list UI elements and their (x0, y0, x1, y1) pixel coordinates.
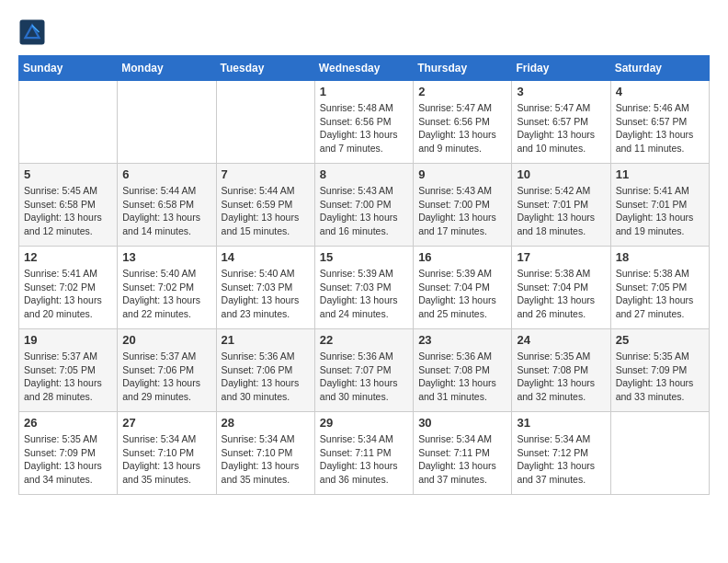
day-number: 31 (517, 416, 605, 430)
day-number: 7 (222, 167, 310, 181)
day-info: Sunrise: 5:38 AMSunset: 7:05 PMDaylight:… (616, 267, 704, 321)
day-number: 11 (616, 167, 704, 181)
calendar-cell: 20Sunrise: 5:37 AMSunset: 7:06 PMDayligh… (118, 329, 216, 412)
calendar-cell: 17Sunrise: 5:38 AMSunset: 7:04 PMDayligh… (512, 247, 610, 329)
calendar-cell: 11Sunrise: 5:41 AMSunset: 7:01 PMDayligh… (610, 164, 709, 247)
calendar-cell: 16Sunrise: 5:39 AMSunset: 7:04 PMDayligh… (414, 247, 512, 329)
calendar-cell: 6Sunrise: 5:44 AMSunset: 6:58 PMDaylight… (118, 164, 216, 247)
calendar-cell: 18Sunrise: 5:38 AMSunset: 7:05 PMDayligh… (610, 247, 709, 329)
day-info: Sunrise: 5:41 AMSunset: 7:01 PMDaylight:… (616, 184, 704, 238)
day-info: Sunrise: 5:39 AMSunset: 7:03 PMDaylight:… (320, 267, 408, 321)
calendar-cell: 19Sunrise: 5:37 AMSunset: 7:05 PMDayligh… (19, 329, 118, 412)
day-number: 25 (616, 333, 704, 347)
col-header-thursday: Thursday (414, 56, 512, 81)
day-number: 12 (24, 250, 112, 264)
col-header-monday: Monday (118, 56, 216, 81)
day-info: Sunrise: 5:39 AMSunset: 7:04 PMDaylight:… (418, 267, 506, 321)
day-info: Sunrise: 5:44 AMSunset: 6:58 PMDaylight:… (122, 184, 210, 238)
day-number: 26 (24, 416, 112, 430)
day-number: 6 (122, 167, 210, 181)
day-info: Sunrise: 5:40 AMSunset: 7:02 PMDaylight:… (122, 267, 210, 321)
calendar-cell: 26Sunrise: 5:35 AMSunset: 7:09 PMDayligh… (19, 412, 118, 495)
calendar-cell: 7Sunrise: 5:44 AMSunset: 6:59 PMDaylight… (216, 164, 314, 247)
day-info: Sunrise: 5:37 AMSunset: 7:06 PMDaylight:… (122, 350, 210, 404)
day-info: Sunrise: 5:35 AMSunset: 7:08 PMDaylight:… (517, 350, 605, 404)
calendar-cell (19, 81, 118, 164)
day-number: 10 (517, 167, 605, 181)
day-number: 4 (616, 85, 704, 98)
day-info: Sunrise: 5:40 AMSunset: 7:03 PMDaylight:… (222, 267, 310, 321)
day-info: Sunrise: 5:46 AMSunset: 6:57 PMDaylight:… (616, 101, 704, 155)
col-header-saturday: Saturday (610, 56, 709, 81)
day-info: Sunrise: 5:34 AMSunset: 7:10 PMDaylight:… (122, 432, 210, 487)
col-header-sunday: Sunday (19, 56, 118, 81)
day-number: 15 (320, 250, 408, 264)
calendar-table: SundayMondayTuesdayWednesdayThursdayFrid… (18, 55, 710, 495)
day-number: 24 (517, 333, 605, 347)
calendar-cell: 23Sunrise: 5:36 AMSunset: 7:08 PMDayligh… (414, 329, 512, 412)
col-header-tuesday: Tuesday (216, 56, 314, 81)
day-info: Sunrise: 5:36 AMSunset: 7:06 PMDaylight:… (222, 350, 310, 404)
day-number: 3 (517, 85, 605, 98)
calendar-cell (118, 81, 216, 164)
calendar-cell: 1Sunrise: 5:48 AMSunset: 6:56 PMDaylight… (314, 81, 413, 164)
calendar-cell: 24Sunrise: 5:35 AMSunset: 7:08 PMDayligh… (512, 329, 610, 412)
day-info: Sunrise: 5:35 AMSunset: 7:09 PMDaylight:… (616, 350, 704, 404)
day-number: 19 (24, 333, 112, 347)
col-header-wednesday: Wednesday (314, 56, 413, 81)
day-number: 21 (222, 333, 310, 347)
day-info: Sunrise: 5:35 AMSunset: 7:09 PMDaylight:… (24, 432, 112, 487)
calendar-cell: 27Sunrise: 5:34 AMSunset: 7:10 PMDayligh… (118, 412, 216, 495)
calendar-cell: 14Sunrise: 5:40 AMSunset: 7:03 PMDayligh… (216, 247, 314, 329)
day-info: Sunrise: 5:41 AMSunset: 7:02 PMDaylight:… (24, 267, 112, 321)
day-number: 1 (320, 85, 408, 98)
calendar-cell: 3Sunrise: 5:47 AMSunset: 6:57 PMDaylight… (512, 81, 610, 164)
day-number: 16 (418, 250, 506, 264)
calendar-cell: 8Sunrise: 5:43 AMSunset: 7:00 PMDaylight… (314, 164, 413, 247)
day-number: 5 (24, 167, 112, 181)
day-info: Sunrise: 5:37 AMSunset: 7:05 PMDaylight:… (24, 350, 112, 404)
calendar-cell: 29Sunrise: 5:34 AMSunset: 7:11 PMDayligh… (314, 412, 413, 495)
day-info: Sunrise: 5:34 AMSunset: 7:10 PMDaylight:… (222, 432, 310, 487)
day-number: 28 (222, 416, 310, 430)
calendar-cell: 25Sunrise: 5:35 AMSunset: 7:09 PMDayligh… (610, 329, 709, 412)
calendar-cell: 28Sunrise: 5:34 AMSunset: 7:10 PMDayligh… (216, 412, 314, 495)
day-info: Sunrise: 5:43 AMSunset: 7:00 PMDaylight:… (418, 184, 506, 238)
day-info: Sunrise: 5:34 AMSunset: 7:12 PMDaylight:… (517, 432, 605, 487)
day-number: 8 (320, 167, 408, 181)
calendar-cell: 5Sunrise: 5:45 AMSunset: 6:58 PMDaylight… (19, 164, 118, 247)
logo-icon (18, 18, 46, 46)
day-info: Sunrise: 5:36 AMSunset: 7:08 PMDaylight:… (418, 350, 506, 404)
calendar-cell: 15Sunrise: 5:39 AMSunset: 7:03 PMDayligh… (314, 247, 413, 329)
day-info: Sunrise: 5:47 AMSunset: 6:56 PMDaylight:… (418, 101, 506, 155)
day-number: 13 (122, 250, 210, 264)
calendar-cell (610, 412, 709, 495)
calendar-cell: 10Sunrise: 5:42 AMSunset: 7:01 PMDayligh… (512, 164, 610, 247)
day-number: 17 (517, 250, 605, 264)
calendar-cell: 2Sunrise: 5:47 AMSunset: 6:56 PMDaylight… (414, 81, 512, 164)
day-info: Sunrise: 5:48 AMSunset: 6:56 PMDaylight:… (320, 101, 408, 155)
calendar-cell: 21Sunrise: 5:36 AMSunset: 7:06 PMDayligh… (216, 329, 314, 412)
calendar-cell: 22Sunrise: 5:36 AMSunset: 7:07 PMDayligh… (314, 329, 413, 412)
day-info: Sunrise: 5:44 AMSunset: 6:59 PMDaylight:… (222, 184, 310, 238)
day-info: Sunrise: 5:34 AMSunset: 7:11 PMDaylight:… (418, 432, 506, 487)
day-info: Sunrise: 5:36 AMSunset: 7:07 PMDaylight:… (320, 350, 408, 404)
day-info: Sunrise: 5:42 AMSunset: 7:01 PMDaylight:… (517, 184, 605, 238)
day-number: 14 (222, 250, 310, 264)
calendar-cell: 4Sunrise: 5:46 AMSunset: 6:57 PMDaylight… (610, 81, 709, 164)
day-info: Sunrise: 5:43 AMSunset: 7:00 PMDaylight:… (320, 184, 408, 238)
day-info: Sunrise: 5:45 AMSunset: 6:58 PMDaylight:… (24, 184, 112, 238)
day-number: 2 (418, 85, 506, 98)
day-number: 20 (122, 333, 210, 347)
day-number: 23 (418, 333, 506, 347)
calendar-cell: 30Sunrise: 5:34 AMSunset: 7:11 PMDayligh… (414, 412, 512, 495)
calendar-cell: 9Sunrise: 5:43 AMSunset: 7:00 PMDaylight… (414, 164, 512, 247)
day-number: 9 (418, 167, 506, 181)
page-header (18, 18, 710, 46)
col-header-friday: Friday (512, 56, 610, 81)
day-number: 22 (320, 333, 408, 347)
day-number: 27 (122, 416, 210, 430)
day-number: 29 (320, 416, 408, 430)
calendar-cell (216, 81, 314, 164)
day-info: Sunrise: 5:38 AMSunset: 7:04 PMDaylight:… (517, 267, 605, 321)
